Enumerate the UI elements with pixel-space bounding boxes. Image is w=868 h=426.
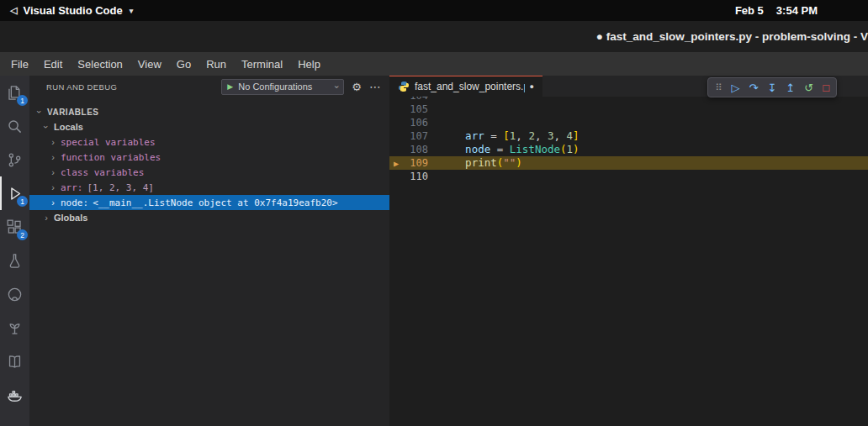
step-over-button-icon[interactable]: ↷ bbox=[749, 82, 759, 93]
code-line-110[interactable]: 110 bbox=[389, 170, 868, 183]
code-lines: 104105106107 arr = [1, 2, 3, 4]108 node … bbox=[389, 97, 868, 183]
sidebar-title: RUN AND DEBUG bbox=[46, 82, 117, 92]
docker-whale-icon bbox=[7, 387, 23, 403]
more-actions-icon[interactable]: ⋯ bbox=[369, 80, 381, 93]
line-number[interactable]: 105 bbox=[389, 103, 440, 116]
chevron-down-icon[interactable]: › bbox=[34, 108, 45, 115]
menu-item-selection[interactable]: Selection bbox=[70, 52, 130, 76]
line-number[interactable]: 108 bbox=[389, 143, 440, 156]
code-editor[interactable]: 104105106107 arr = [1, 2, 3, 4]108 node … bbox=[389, 97, 868, 426]
code-text: print("") bbox=[440, 156, 522, 170]
tree-label: node: bbox=[61, 197, 88, 208]
menu-item-edit[interactable]: Edit bbox=[36, 52, 70, 76]
activity-bar: 1 1 2 bbox=[0, 76, 29, 426]
activity-item-testing[interactable] bbox=[0, 244, 29, 277]
line-number[interactable]: 107 bbox=[389, 129, 440, 143]
menu-item-terminal[interactable]: Terminal bbox=[234, 52, 290, 76]
code-line-108[interactable]: 108 node = ListNode(1) bbox=[389, 143, 868, 156]
activity-item-source-control[interactable] bbox=[0, 143, 29, 176]
chevron-right-icon[interactable]: › bbox=[50, 197, 56, 208]
app-window-icon: ◁ bbox=[10, 5, 17, 16]
beaker-icon bbox=[7, 253, 23, 269]
focused-app-menu[interactable]: ◁ Visual Studio Code ▾ bbox=[10, 4, 133, 17]
tree-row-function-variables[interactable]: ›function variables bbox=[29, 150, 389, 165]
tree-row-variables[interactable]: ›VARIABLES bbox=[29, 104, 389, 119]
activity-item-github[interactable] bbox=[0, 277, 29, 311]
code-line-109[interactable]: ▶109 print("") bbox=[389, 156, 868, 170]
tree-row-class-variables[interactable]: ›class variables bbox=[29, 165, 389, 180]
editor-area: fast_and_slow_pointers.py ● ⠿▷↷↧↥↺□ 1041… bbox=[389, 76, 868, 426]
activity-item-explorer[interactable]: 1 bbox=[0, 76, 29, 109]
run-debug-badge: 1 bbox=[17, 196, 28, 207]
menu-item-run[interactable]: Run bbox=[198, 52, 234, 76]
screen: ◁ Visual Studio Code ▾ Feb 5 3:54 PM ● f… bbox=[0, 0, 868, 426]
activity-item-book[interactable] bbox=[0, 344, 29, 378]
tree-label: class variables bbox=[61, 167, 144, 178]
tree-row-arr[interactable]: ›arr:[1, 2, 3, 4] bbox=[29, 180, 389, 195]
chevron-right-icon[interactable]: › bbox=[50, 152, 56, 162]
activity-item-run-debug[interactable]: 1 bbox=[0, 176, 29, 210]
line-number[interactable]: 110 bbox=[389, 170, 440, 183]
explorer-badge: 1 bbox=[17, 95, 28, 106]
activity-item-docker[interactable] bbox=[0, 378, 29, 412]
tree-label: VARIABLES bbox=[47, 108, 99, 117]
search-icon bbox=[7, 118, 23, 134]
focused-app-name: Visual Studio Code bbox=[23, 4, 122, 17]
tree-label: Locals bbox=[54, 122, 83, 132]
caret-down-icon: ▾ bbox=[130, 7, 134, 15]
window-title-bar[interactable]: ● fast_and_slow_pointers.py - problem-so… bbox=[0, 21, 868, 52]
code-text: arr = [1, 2, 3, 4] bbox=[440, 129, 580, 143]
chevron-right-icon[interactable]: › bbox=[50, 137, 56, 147]
activity-item-plant-extension[interactable] bbox=[0, 311, 29, 344]
chevron-right-icon[interactable]: › bbox=[50, 182, 56, 192]
activity-item-extensions[interactable]: 2 bbox=[0, 210, 29, 244]
tree-row-locals[interactable]: ›Locals bbox=[29, 119, 389, 134]
continue-button-icon[interactable]: ▷ bbox=[732, 82, 740, 93]
chevron-down-icon: › bbox=[332, 85, 341, 87]
gear-icon[interactable]: ⚙ bbox=[352, 81, 362, 93]
menu-item-view[interactable]: View bbox=[130, 52, 169, 76]
python-file-icon bbox=[398, 81, 410, 92]
menu-item-file[interactable]: File bbox=[3, 52, 36, 76]
tree-row-special-variables[interactable]: ›special variables bbox=[29, 134, 389, 150]
code-line-105[interactable]: 105 bbox=[389, 103, 868, 116]
step-out-button-icon[interactable]: ↥ bbox=[786, 82, 795, 93]
chevron-right-icon[interactable]: › bbox=[43, 213, 50, 223]
menu-item-help[interactable]: Help bbox=[290, 52, 328, 76]
line-number[interactable]: 106 bbox=[389, 116, 440, 129]
clock[interactable]: Feb 5 3:54 PM bbox=[735, 4, 818, 17]
restart-button-icon[interactable]: ↺ bbox=[804, 82, 813, 93]
drag-handle[interactable]: ⠿ bbox=[715, 83, 722, 92]
debug-config-label: No Configurations bbox=[238, 82, 331, 92]
main-area: 1 1 2 bbox=[0, 76, 868, 426]
stop-button-icon[interactable]: □ bbox=[823, 82, 829, 93]
tree-row-globals[interactable]: ›Globals bbox=[29, 210, 389, 225]
tree-row-node[interactable]: ›node:<__main__.ListNode object at 0x7f4… bbox=[29, 195, 389, 210]
code-line-107[interactable]: 107 arr = [1, 2, 3, 4] bbox=[389, 129, 868, 143]
activity-item-search[interactable] bbox=[0, 109, 29, 143]
menu-bar: FileEditSelectionViewGoRunTerminalHelp bbox=[0, 52, 868, 76]
editor-tab-bar: fast_and_slow_pointers.py ● ⠿▷↷↧↥↺□ bbox=[389, 76, 868, 97]
debug-config-dropdown[interactable]: ▶ No Configurations › bbox=[221, 79, 344, 95]
line-number[interactable]: 104 bbox=[389, 97, 440, 103]
tree-label: arr: bbox=[61, 182, 83, 193]
tab-fast-and-slow-pointers[interactable]: fast_and_slow_pointers.py ● bbox=[389, 76, 542, 97]
extensions-badge: 2 bbox=[17, 229, 28, 240]
menu-item-go[interactable]: Go bbox=[169, 52, 198, 76]
start-debug-icon[interactable]: ▶ bbox=[227, 82, 233, 91]
tree-value: <__main__.ListNode object at 0x7f4a19eaf… bbox=[93, 197, 337, 208]
code-text: node = ListNode(1) bbox=[440, 143, 580, 156]
plant-icon bbox=[7, 320, 23, 336]
modified-dot-icon[interactable]: ● bbox=[530, 82, 534, 91]
code-line-104[interactable]: 104 bbox=[389, 97, 868, 103]
step-into-button-icon[interactable]: ↧ bbox=[767, 82, 776, 93]
chevron-right-icon[interactable]: › bbox=[50, 167, 56, 177]
github-icon bbox=[7, 287, 23, 302]
window-title: ● fast_and_slow_pointers.py - problem-so… bbox=[596, 30, 868, 43]
chevron-down-icon[interactable]: › bbox=[41, 124, 51, 130]
tree-value: [1, 2, 3, 4] bbox=[87, 182, 154, 193]
run-debug-sidebar: RUN AND DEBUG ▶ No Configurations › ⚙ ⋯ … bbox=[29, 76, 389, 426]
code-line-106[interactable]: 106 bbox=[389, 116, 868, 129]
tree-label: function variables bbox=[61, 152, 161, 163]
debug-toolbar: ⠿▷↷↧↥↺□ bbox=[707, 77, 837, 97]
